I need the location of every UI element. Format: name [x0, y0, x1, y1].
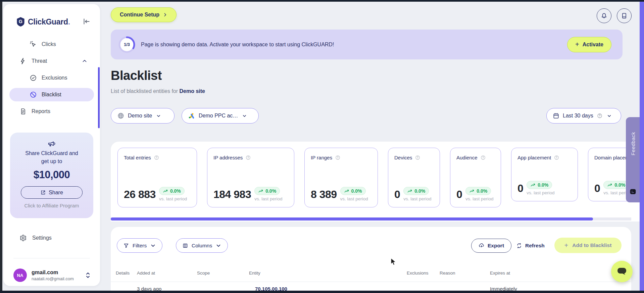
stat-value: 0 [517, 182, 523, 195]
stat-value: 0 [456, 188, 462, 201]
delta-badge: 0.0% [254, 187, 280, 195]
help-circle-icon [597, 113, 603, 119]
sidebar-item-label: Blacklist [42, 92, 61, 98]
sidebar-item-reports[interactable]: Reports [9, 105, 94, 118]
column-header-entity[interactable]: Entity [249, 271, 260, 276]
help-circle-icon[interactable] [335, 155, 341, 160]
column-header-expires-at[interactable]: Expires at [490, 271, 510, 276]
sidebar-collapse-icon[interactable] [82, 17, 91, 26]
stat-card-total-entries: Total entries 26 883 0.0% vs. last perio… [117, 148, 197, 207]
affiliate-caption[interactable]: Click to Affiliate Program [10, 203, 93, 208]
help-circle-icon[interactable] [554, 155, 559, 160]
delta-value: 0.0% [170, 188, 181, 194]
promo-text-line2: get up to [10, 157, 93, 165]
refresh-icon [516, 243, 522, 249]
chevron-down-icon [215, 243, 221, 249]
sidebar-nav: Clicks Threat Exclusi [9, 38, 94, 121]
sidebar-item-threat[interactable]: Threat [9, 54, 94, 68]
help-circle-icon[interactable] [245, 155, 251, 160]
continue-setup-button[interactable]: Continue Setup [111, 7, 177, 22]
export-label: Export [488, 243, 504, 249]
sidebar-item-label: Reports [32, 108, 50, 114]
page-subtitle: List of blacklisted entities for Demo si… [111, 88, 205, 94]
sidebar-item-blacklist[interactable]: Blacklist [9, 88, 94, 101]
window-edge-bottom [0, 291, 644, 293]
feedback-tab[interactable]: Feedback [626, 117, 640, 202]
stat-note: vs. last period [403, 196, 431, 202]
date-range-selector[interactable]: Last 30 days [546, 108, 621, 124]
docs-button[interactable] [617, 8, 632, 23]
share-button[interactable]: Share [21, 186, 83, 199]
activate-button[interactable]: + Activate [567, 37, 611, 52]
sidebar-item-clicks[interactable]: Clicks [9, 38, 94, 51]
site-selector[interactable]: Demo site [111, 108, 175, 124]
blacklist-table-panel: Filters Columns Export Refresh + Add to … [111, 227, 631, 293]
help-circle-icon[interactable] [480, 155, 486, 160]
google-ads-icon [188, 112, 195, 119]
window-edge-left [0, 0, 2, 293]
delta-badge: 0.0% [465, 187, 491, 195]
column-header-scope[interactable]: Scope [197, 271, 210, 276]
sidebar-item-exclusions[interactable]: Exclusions [9, 71, 94, 85]
cards-scrollbar-track[interactable] [111, 217, 631, 221]
chat-launcher-button[interactable] [611, 261, 633, 282]
stat-label: Audience [456, 155, 478, 160]
chevron-up-icon [82, 58, 87, 64]
stat-value: 0 [594, 182, 600, 195]
plus-icon: + [575, 41, 579, 48]
trend-up-icon [407, 189, 412, 193]
svg-text:G: G [19, 19, 22, 24]
stat-label: IP addresses [213, 155, 243, 160]
sidebar-scrollbar[interactable] [98, 67, 100, 128]
continue-setup-label: Continue Setup [120, 12, 159, 18]
export-button[interactable]: Export [471, 239, 511, 253]
demo-data-banner: 1/3 Page is showing demo data. Activate … [111, 30, 623, 59]
refresh-button[interactable]: Refresh [516, 239, 545, 253]
columns-dropdown[interactable]: Columns [176, 238, 228, 253]
stats-row: Total entries 26 883 0.0% vs. last perio… [117, 148, 640, 207]
notifications-button[interactable] [597, 8, 611, 23]
setup-progress-ring: 1/3 [118, 36, 136, 53]
column-header-details[interactable]: Details [116, 271, 130, 276]
refresh-label: Refresh [525, 243, 545, 249]
delta-badge: 0.0% [403, 187, 429, 195]
chevron-down-icon [242, 113, 247, 118]
column-header-added-at[interactable]: Added at [137, 271, 155, 276]
add-to-blacklist-button[interactable]: + Add to Blacklist [554, 238, 622, 253]
stat-note: vs. last period [465, 196, 493, 202]
trend-up-icon [163, 189, 168, 193]
sidebar-item-label: Exclusions [42, 75, 67, 81]
cursor-click-icon [30, 41, 37, 48]
clickguard-logo-icon: G [16, 17, 25, 27]
help-circle-icon[interactable] [154, 155, 159, 160]
feedback-chat-icon [630, 188, 636, 195]
page-scrollbar[interactable] [640, 2, 644, 291]
cards-scrollbar-thumb[interactable] [111, 217, 593, 221]
app-name-dot: . [68, 17, 70, 27]
avatar: NA [13, 268, 27, 282]
help-circle-icon[interactable] [415, 155, 420, 160]
share-label: Share [49, 190, 63, 196]
activate-label: Activate [583, 42, 603, 48]
column-header-exclusions[interactable]: Exclusions [407, 271, 429, 276]
filters-dropdown[interactable]: Filters [117, 238, 162, 253]
document-icon [19, 108, 27, 115]
filters-label: Filters [133, 243, 147, 249]
delta-value: 0.0% [614, 182, 625, 188]
sidebar-item-settings[interactable]: Settings [19, 234, 52, 242]
trend-up-icon [344, 189, 349, 193]
ppc-account-selector[interactable]: Demo PPC ac… [182, 108, 259, 124]
cloud-download-icon [479, 243, 485, 249]
delta-value: 0.0% [265, 188, 276, 194]
chevron-down-icon [156, 113, 161, 118]
sidebar-divider [13, 258, 90, 258]
date-range-label: Last 30 days [563, 113, 593, 119]
sidebar: G ClickGuard. Clicks [3, 4, 100, 286]
window-edge-top [0, 0, 644, 2]
site-selector-label: Demo site [128, 113, 152, 119]
account-switcher[interactable]: NA gmail.com naatali.ro@gmail.com [13, 268, 91, 283]
stat-note: vs. last period [159, 196, 187, 202]
column-header-reason[interactable]: Reason [440, 271, 455, 276]
promo-text-line1: Share ClickGuard and [10, 149, 93, 157]
ppc-selector-label: Demo PPC ac… [199, 113, 238, 119]
